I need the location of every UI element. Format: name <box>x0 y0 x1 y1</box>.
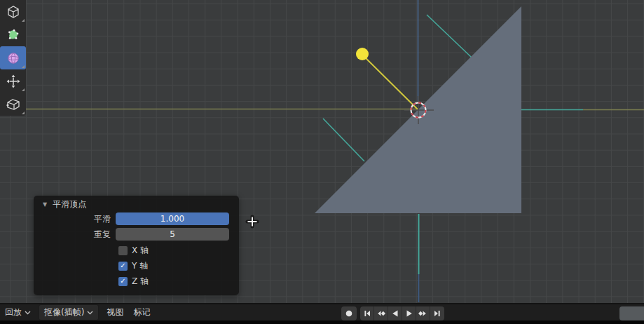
subtool-corner-icon <box>22 19 25 22</box>
prev-keyframe-icon <box>376 309 385 318</box>
y-axis-label: Y 轴 <box>132 260 148 272</box>
chevron-down-icon <box>25 311 31 315</box>
3d-viewport[interactable]: ▼ 平滑顶点 平滑 1.000 重复 5 ✓ X 轴 ✓ Y 轴 ✓ Z 轴 <box>0 0 644 303</box>
menu-marker-label: 标记 <box>133 306 150 318</box>
selected-vertex[interactable] <box>356 48 369 60</box>
subtool-corner-icon <box>22 65 25 68</box>
play-icon <box>405 309 413 318</box>
subtool-corner-icon <box>22 88 25 91</box>
next-keyframe-button[interactable] <box>416 306 430 320</box>
operator-panel-header[interactable]: ▼ 平滑顶点 <box>34 196 239 212</box>
play-reverse-icon <box>391 309 399 318</box>
record-button[interactable] <box>341 306 357 320</box>
jump-to-start-icon <box>363 309 371 318</box>
menu-view-label: 视图 <box>107 306 123 318</box>
tool-shelf <box>0 0 26 116</box>
operator-panel-title: 平滑顶点 <box>53 198 86 210</box>
frame-number-field[interactable] <box>619 306 644 320</box>
collapse-arrow-icon: ▼ <box>43 201 47 208</box>
operator-panel-smooth-vertices: ▼ 平滑顶点 平滑 1.000 重复 5 ✓ X 轴 ✓ Y 轴 ✓ Z 轴 <box>34 196 239 295</box>
blender-window: ▼ 平滑顶点 平滑 1.000 重复 5 ✓ X 轴 ✓ Y 轴 ✓ Z 轴 <box>0 0 644 324</box>
timeline-header-bar: 回放 抠像(插帧) 视图 标记 <box>0 303 644 320</box>
move-icon <box>6 74 21 89</box>
next-keyframe-icon <box>418 309 427 318</box>
3d-cursor <box>404 96 434 124</box>
y-axis-segment-upper <box>427 15 472 58</box>
menu-marker[interactable]: 标记 <box>128 305 155 320</box>
check-icon: ✓ <box>120 278 125 285</box>
box-select-icon <box>6 4 21 20</box>
tool-box-select-button[interactable] <box>0 0 26 23</box>
menu-keying[interactable]: 抠像(插帧) <box>39 304 99 320</box>
menu-view[interactable]: 视图 <box>102 305 128 320</box>
play-reverse-button[interactable] <box>388 306 402 320</box>
repeat-value-field[interactable]: 5 <box>116 228 229 241</box>
play-button[interactable] <box>402 306 416 320</box>
chevron-down-icon <box>87 311 93 315</box>
repeat-field-label: 重复 <box>34 229 116 241</box>
extrude-cube-icon <box>6 97 21 112</box>
z-axis-checkbox[interactable]: ✓ <box>118 277 128 286</box>
menu-keying-label: 抠像(插帧) <box>44 306 84 318</box>
tool-extrude-button[interactable] <box>0 93 26 116</box>
check-icon: ✓ <box>120 262 125 269</box>
y-axis-segment-lower <box>323 119 364 161</box>
sphere-icon <box>6 50 21 66</box>
record-dot-icon <box>345 309 353 318</box>
mouse-crosshair-cursor <box>247 217 257 227</box>
tool-move-button[interactable] <box>0 69 26 93</box>
selected-edge <box>363 55 418 109</box>
prev-keyframe-button[interactable] <box>374 306 388 320</box>
jump-to-start-button[interactable] <box>360 306 374 320</box>
smooth-field-label: 平滑 <box>34 213 116 225</box>
mesh-triangle[interactable] <box>315 6 521 213</box>
jump-to-end-button[interactable] <box>430 306 444 320</box>
playback-controls <box>341 306 444 320</box>
playback-button-group <box>360 306 444 320</box>
y-axis-checkbox[interactable]: ✓ <box>118 262 128 271</box>
subtool-corner-icon <box>22 112 25 114</box>
x-axis-checkbox[interactable]: ✓ <box>118 246 128 255</box>
tool-sphere-button[interactable] <box>0 46 26 69</box>
x-axis-label: X 轴 <box>132 245 149 257</box>
menu-playback[interactable]: 回放 <box>0 305 36 320</box>
tool-lasso-select-button[interactable] <box>0 23 26 46</box>
menu-playback-label: 回放 <box>5 306 22 318</box>
smooth-value-slider[interactable]: 1.000 <box>116 212 229 225</box>
jump-to-end-icon <box>433 309 441 318</box>
lasso-select-icon <box>6 27 21 43</box>
z-axis-label: Z 轴 <box>132 276 149 288</box>
